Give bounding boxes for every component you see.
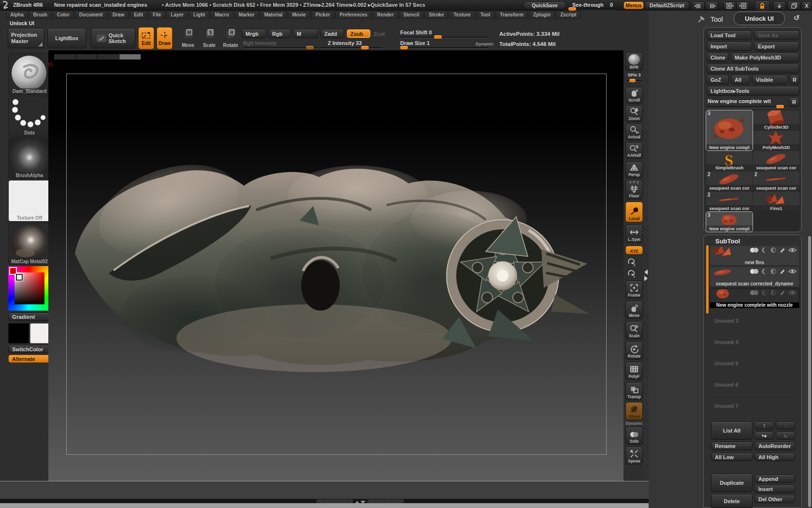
menu-macro[interactable]: Macro [210, 11, 233, 19]
goz-all-button[interactable]: All [731, 75, 750, 85]
all-low-button[interactable]: All Low [711, 453, 753, 461]
shelf-frame[interactable]: Frame [625, 281, 643, 299]
shelf-floor[interactable]: x Y zFloor [625, 180, 643, 199]
current-brush-thumb[interactable]: Dam_Standard [8, 53, 51, 95]
export-button[interactable]: Export [754, 42, 799, 51]
default-zscript-button[interactable]: DefaultZScript [645, 1, 689, 9]
sculpt-model[interactable] [48, 50, 624, 498]
shelf-aahalf[interactable]: AAHalf [625, 142, 643, 159]
tool-thumb-seaquest-scan-cor[interactable]: seaquest scan cor [753, 151, 799, 171]
tool-thumb-fins1[interactable]: Fins1 [753, 192, 799, 211]
quicksave-button[interactable]: QuickSave [523, 1, 566, 9]
shelf-ghost[interactable]: Ghost [625, 402, 643, 420]
menu-document[interactable]: Document [75, 11, 107, 19]
shelf-scroll[interactable]: Scroll [625, 87, 643, 104]
menu-alpha[interactable]: Alpha [6, 11, 28, 19]
draw-mode-button[interactable]: Draw [157, 27, 173, 49]
collapse-left-shelf-icon[interactable] [692, 1, 705, 10]
secondary-color-swatch[interactable] [30, 323, 51, 344]
tool-thumb-simplebrush[interactable]: SSimpleBrush [706, 151, 753, 171]
move-mode-button[interactable]: M Move [180, 29, 196, 48]
menu-material[interactable]: Material [260, 11, 287, 19]
shelf-actual[interactable]: x1Actual [625, 124, 643, 140]
shelf-spin-z-icon[interactable]: z [626, 269, 642, 279]
menu-tool[interactable]: Tool [476, 11, 494, 19]
goz-button[interactable]: GoZ [707, 75, 729, 85]
rgb-button[interactable]: Rgb [268, 29, 291, 38]
lightbox-button[interactable]: LightBox [47, 28, 86, 48]
shelf-scale[interactable]: Scale [625, 321, 643, 339]
subtool-item-new-engine-complete-with-nozzle[interactable]: New engine complete with nozzle [710, 288, 799, 308]
all-high-button[interactable]: All High [754, 453, 795, 461]
uv-crescent-icon[interactable] [762, 247, 768, 253]
mrgb-button[interactable]: Mrgb [242, 29, 266, 38]
list-all-button[interactable]: List All [711, 421, 753, 440]
shelf-zoom[interactable]: Zoom [625, 105, 643, 122]
displacement-icon[interactable] [770, 269, 777, 274]
seethrough-slider[interactable] [570, 9, 616, 10]
uv-crescent-icon[interactable] [762, 290, 768, 296]
dock-left-icon[interactable] [723, 1, 736, 10]
color-picker[interactable] [8, 266, 50, 311]
unlock-ui-button[interactable]: Unlock UI [734, 12, 785, 25]
current-tool-slider[interactable] [707, 106, 787, 107]
displacement-icon[interactable] [770, 290, 777, 296]
menu-zscript[interactable]: Zscript [556, 11, 580, 19]
paintbrush-icon[interactable] [779, 269, 786, 274]
shelf-xyz[interactable]: XYZ [625, 246, 643, 254]
draw-size-slider[interactable] [400, 47, 488, 48]
save-as-button[interactable]: Save As [754, 30, 799, 40]
current-stroke-thumb[interactable]: Dots [8, 96, 51, 136]
main-color-swatch[interactable] [8, 323, 29, 344]
menu-stroke[interactable]: Stroke [424, 11, 448, 19]
tool-thumb-cylinder3d[interactable]: Cylinder3D [753, 110, 799, 130]
current-texture-thumb[interactable]: Texture Off [8, 180, 51, 222]
shelf-bpr[interactable]: BPR [625, 52, 643, 71]
current-alpha-thumb[interactable]: BrushAlpha [8, 137, 51, 179]
del-other-button[interactable]: Del Other [754, 495, 795, 503]
tool-thumb-new-engine-compl[interactable]: 3New engine compl [706, 212, 753, 232]
goz-visible-button[interactable]: Visible [752, 75, 788, 85]
load-tool-button[interactable]: Load Tool [707, 30, 752, 40]
subtool-item-new-fins[interactable]: new fins [710, 245, 799, 266]
panel-scrollbar[interactable] [808, 236, 811, 507]
polypaint-icon[interactable] [750, 247, 759, 253]
current-tool-name[interactable]: New engine complete wit [708, 98, 771, 104]
menu-picker[interactable]: Picker [311, 11, 334, 19]
paintbrush-icon[interactable] [779, 247, 786, 253]
subtool-movedown-hierarchy-button[interactable]: ↳ [776, 432, 795, 440]
make-polymesh3d-button[interactable]: Make PolyMesh3D [731, 53, 799, 62]
polypaint-icon[interactable] [750, 269, 759, 274]
menu-draw[interactable]: Draw [108, 11, 129, 19]
displacement-icon[interactable] [770, 247, 777, 253]
zadd-button[interactable]: Zadd [320, 29, 344, 38]
shelf-move[interactable]: Move [625, 301, 643, 319]
menus-toggle-button[interactable]: Menus [624, 1, 644, 9]
lightbox-tools-button[interactable]: Lightbox▸Tools [707, 86, 799, 96]
shelf-persp[interactable]: Persp [625, 162, 643, 178]
zsub-button[interactable]: Zsub [347, 29, 371, 38]
tool-thumb-new-engine-compl[interactable]: 3New engine compl [706, 110, 753, 150]
rgb-intensity-slider[interactable] [244, 47, 318, 48]
subtool-up-button[interactable]: ↑ [754, 421, 774, 430]
subtool-item-seaquest-scan-corrected-dyname[interactable]: seaquest scan corrected_dyname [710, 267, 799, 287]
tool-thumb-polymesh3d[interactable]: PolyMesh3D [753, 131, 799, 150]
menu-stencil[interactable]: Stencil [399, 11, 424, 19]
shelf-xpose[interactable]: Xpose [625, 447, 643, 464]
unlock-ui-label[interactable]: Unlock UI [10, 20, 34, 26]
menu-file[interactable]: File [148, 11, 165, 19]
autoreorder-button[interactable]: AutoReorder [754, 442, 795, 450]
rotate-mode-button[interactable]: R Rotate [221, 29, 240, 48]
visibility-eye-icon[interactable] [788, 290, 797, 296]
gradient-button[interactable]: Gradient [8, 313, 50, 321]
switch-color-button[interactable]: SwitchColor [8, 345, 50, 353]
menu-render[interactable]: Render [373, 11, 398, 19]
polypaint-icon[interactable] [750, 290, 759, 296]
shelf-spix-3[interactable]: SPix 3 [625, 73, 643, 85]
append-button[interactable]: Append [754, 475, 795, 483]
uv-crescent-icon[interactable] [762, 269, 768, 274]
paintbrush-icon[interactable] [779, 290, 786, 296]
menu-movie[interactable]: Movie [288, 11, 310, 19]
menu-zplugin[interactable]: Zplugin [529, 11, 555, 19]
menu-color[interactable]: Color [53, 11, 74, 19]
